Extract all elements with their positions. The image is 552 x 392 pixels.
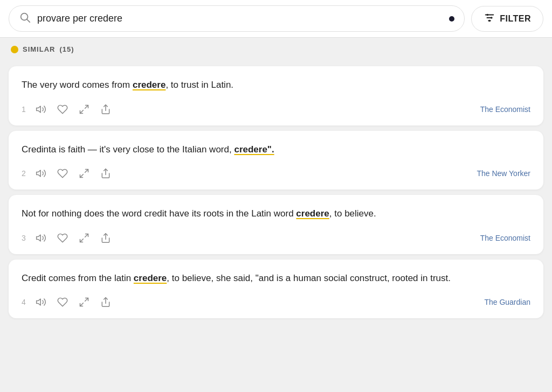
heart-button-3[interactable] — [53, 229, 72, 247]
share-button-1[interactable] — [96, 101, 115, 118]
svg-line-22 — [80, 303, 83, 306]
card-text-1: The very word comes from credere, to tru… — [22, 78, 530, 92]
svg-line-14 — [80, 174, 83, 178]
card-source-3[interactable]: The Economist — [480, 234, 530, 242]
similar-label: SIMILAR — [23, 45, 55, 53]
sound-button-2[interactable] — [31, 165, 51, 182]
share-button-4[interactable] — [96, 293, 115, 311]
card-source-4[interactable]: The Guardian — [484, 298, 530, 306]
sound-button-1[interactable] — [31, 101, 51, 118]
card-source-1[interactable]: The Economist — [480, 105, 530, 114]
header: FILTER — [0, 0, 552, 38]
resize-button-3[interactable] — [74, 229, 94, 247]
card-footer-1: 1 The Economist — [22, 101, 530, 118]
card-actions-3: 3 — [22, 229, 115, 247]
card-source-2[interactable]: The New Yorker — [477, 169, 530, 178]
search-active-dot — [449, 16, 454, 22]
card-footer-3: 3 The Economist — [22, 229, 530, 247]
search-bar — [9, 5, 465, 32]
result-card-4: Credit comes from the latin credere, to … — [9, 260, 543, 319]
card-highlight-4: credere — [134, 273, 167, 283]
share-button-2[interactable] — [96, 165, 115, 182]
card-actions-2: 2 — [22, 165, 115, 182]
svg-line-10 — [80, 110, 83, 113]
card-highlight-1: credere — [133, 80, 165, 90]
svg-line-21 — [85, 298, 88, 302]
filter-label: FILTER — [500, 14, 531, 24]
card-actions-1: 1 — [22, 101, 115, 118]
card-actions-4: 4 — [22, 293, 115, 311]
result-card-1: The very word comes from credere, to tru… — [9, 66, 543, 125]
card-footer-2: 2 The New Yorker — [22, 165, 530, 182]
card-text-2: Credinta is faith — it's very close to t… — [22, 143, 530, 157]
card-text-4: Credit comes from the latin credere, to … — [22, 271, 530, 285]
similar-bar: SIMILAR (15) — [0, 38, 552, 61]
heart-button-1[interactable] — [53, 101, 72, 118]
sound-button-4[interactable] — [31, 293, 51, 311]
filter-button[interactable]: FILTER — [471, 6, 543, 32]
search-input[interactable] — [37, 13, 443, 24]
card-number-3: 3 — [22, 234, 26, 242]
svg-marker-16 — [36, 235, 40, 241]
card-number-2: 2 — [22, 169, 26, 178]
card-number-1: 1 — [22, 105, 26, 114]
card-highlight-3: credere — [296, 208, 329, 219]
heart-button-2[interactable] — [53, 165, 72, 182]
resize-button-1[interactable] — [74, 101, 94, 118]
svg-marker-12 — [36, 170, 40, 177]
card-footer-4: 4 The Guardian — [22, 293, 530, 311]
result-card-3: Not for nothing does the word credit hav… — [9, 195, 543, 254]
card-number-4: 4 — [22, 298, 26, 306]
resize-button-4[interactable] — [74, 293, 94, 311]
svg-marker-20 — [36, 299, 40, 305]
card-text-3: Not for nothing does the word credit hav… — [22, 207, 530, 221]
similar-count: (15) — [59, 45, 74, 53]
search-icon — [19, 11, 31, 26]
svg-line-9 — [85, 105, 88, 108]
result-card-2: Credinta is faith — it's very close to t… — [9, 131, 543, 190]
svg-marker-8 — [36, 106, 40, 113]
share-button-3[interactable] — [96, 229, 115, 247]
sound-button-3[interactable] — [31, 229, 51, 247]
svg-line-17 — [85, 234, 88, 237]
filter-icon — [484, 12, 495, 26]
resize-button-2[interactable] — [74, 165, 94, 182]
svg-line-18 — [80, 239, 83, 242]
svg-line-1 — [27, 19, 30, 22]
card-highlight-2: credere". — [234, 144, 274, 155]
heart-button-4[interactable] — [53, 293, 72, 311]
svg-point-5 — [487, 13, 489, 16]
cards-container: The very word comes from credere, to tru… — [0, 61, 552, 324]
svg-line-13 — [85, 170, 88, 173]
svg-point-7 — [488, 19, 491, 22]
svg-point-6 — [491, 17, 493, 19]
similar-dot — [11, 46, 18, 53]
